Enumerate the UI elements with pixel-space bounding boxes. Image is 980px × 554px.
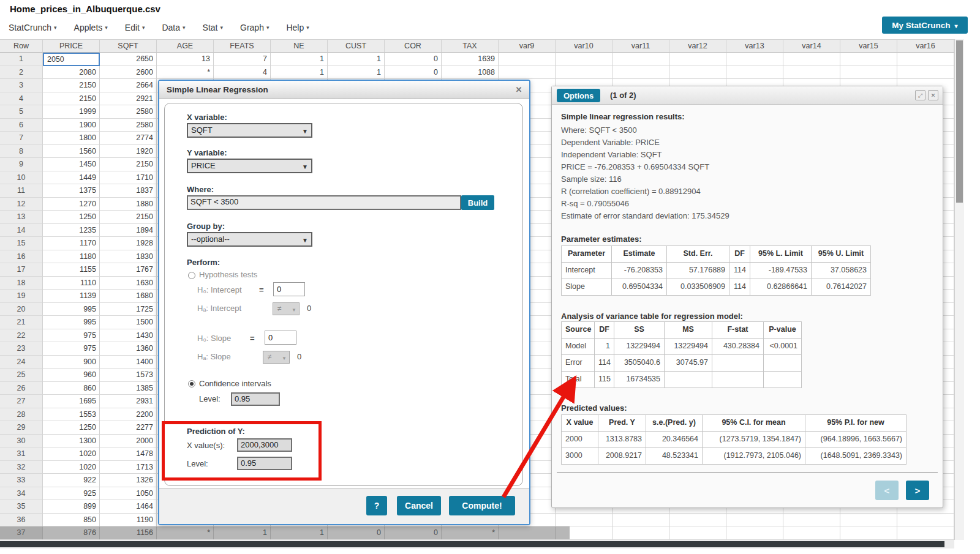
cell[interactable]: 2150 <box>43 92 100 106</box>
cell[interactable]: 2774 <box>100 132 157 145</box>
cell[interactable]: 2000 <box>100 435 157 448</box>
column-header-age[interactable]: AGE <box>157 39 214 53</box>
resize-icon[interactable]: ⤢ <box>915 90 925 100</box>
cell[interactable] <box>840 53 897 66</box>
cell[interactable] <box>556 66 612 80</box>
cell[interactable]: 1250 <box>43 421 100 435</box>
cell[interactable]: 10 <box>0 171 43 185</box>
column-header-var12[interactable]: var12 <box>669 39 726 53</box>
cell[interactable] <box>612 53 669 66</box>
cell[interactable]: 1020 <box>43 447 100 461</box>
cell[interactable]: 1270 <box>43 198 100 211</box>
cell[interactable]: 1573 <box>100 369 157 382</box>
cell[interactable]: 1385 <box>100 382 157 395</box>
cell[interactable]: 34 <box>0 487 43 501</box>
cell[interactable]: 16 <box>0 250 43 264</box>
cell[interactable] <box>897 514 954 527</box>
cell[interactable]: 1837 <box>100 184 157 198</box>
column-header-var15[interactable]: var15 <box>840 39 897 53</box>
cell[interactable]: 4 <box>0 92 43 106</box>
cell[interactable] <box>669 66 726 80</box>
cell[interactable]: 1 <box>328 53 385 66</box>
cell[interactable]: 18 <box>0 277 43 290</box>
cell[interactable]: 2580 <box>100 105 157 119</box>
menu-statcrunch[interactable]: StatCrunch▾ <box>9 20 57 35</box>
cell[interactable]: 31 <box>0 447 43 461</box>
menu-help[interactable]: Help▾ <box>286 20 309 35</box>
cell[interactable] <box>612 514 669 527</box>
cell[interactable]: 1464 <box>100 500 157 514</box>
cell[interactable]: 1250 <box>43 211 100 224</box>
column-header-row[interactable]: Row <box>0 39 43 53</box>
cell[interactable]: 2150 <box>100 211 157 224</box>
close-icon[interactable]: ✕ <box>928 90 938 100</box>
options-button[interactable]: Options <box>557 89 600 102</box>
cell[interactable]: 1170 <box>43 237 100 250</box>
cell[interactable]: 14 <box>0 224 43 238</box>
cell[interactable]: 20 <box>0 303 43 316</box>
cell[interactable]: 1639 <box>442 53 499 66</box>
column-header-var16[interactable]: var16 <box>897 39 954 53</box>
cell[interactable] <box>897 526 954 540</box>
cell[interactable]: 1400 <box>100 356 157 369</box>
cell[interactable] <box>726 53 783 66</box>
cell[interactable]: 860 <box>43 382 100 395</box>
cell[interactable]: 2200 <box>100 408 157 422</box>
cell[interactable]: 1894 <box>100 224 157 238</box>
cell[interactable]: 1767 <box>100 263 157 277</box>
h0-intercept-input[interactable]: 0 <box>273 282 305 296</box>
cell[interactable]: 2080 <box>43 66 100 80</box>
cell[interactable] <box>783 53 840 66</box>
cell[interactable]: 27 <box>0 395 43 408</box>
cell[interactable]: 1 <box>0 53 43 66</box>
cell[interactable] <box>840 514 897 527</box>
cell[interactable] <box>726 66 783 80</box>
column-header-cust[interactable]: CUST <box>328 39 385 53</box>
cell[interactable]: 1500 <box>100 316 157 329</box>
cell[interactable]: 1300 <box>43 435 100 448</box>
prev-page-button[interactable]: < <box>875 481 899 500</box>
cell[interactable]: 7 <box>0 132 43 145</box>
next-page-button[interactable]: > <box>906 481 929 500</box>
cell[interactable] <box>612 66 669 80</box>
menu-data[interactable]: Data▾ <box>162 20 185 35</box>
column-header-sqft[interactable]: SQFT <box>100 39 157 53</box>
cell[interactable]: 28 <box>0 408 43 422</box>
cell[interactable]: 36 <box>0 514 43 527</box>
menu-stat[interactable]: Stat▾ <box>203 20 223 35</box>
cell[interactable]: 2921 <box>100 92 157 106</box>
cell[interactable] <box>499 53 556 66</box>
cell[interactable]: 1430 <box>100 329 157 343</box>
cell[interactable]: 1880 <box>100 198 157 211</box>
cell[interactable]: 1478 <box>100 447 157 461</box>
cell[interactable]: 8 <box>0 145 43 159</box>
cell[interactable]: 975 <box>43 342 100 356</box>
cell[interactable]: 4 <box>214 66 271 80</box>
cell[interactable] <box>669 526 726 540</box>
cell[interactable]: 1110 <box>43 277 100 290</box>
build-button[interactable]: Build <box>461 195 494 210</box>
cell[interactable]: 1 <box>328 66 385 80</box>
column-header-tax[interactable]: TAX <box>442 39 499 53</box>
cell[interactable]: 1139 <box>43 290 100 303</box>
x-variable-select[interactable]: SQFT▼ <box>187 123 312 138</box>
cell[interactable]: 1050 <box>100 487 157 501</box>
cell[interactable]: 1713 <box>100 461 157 474</box>
cell[interactable]: 1725 <box>100 303 157 316</box>
cell[interactable]: 2664 <box>100 79 157 92</box>
column-header-feats[interactable]: FEATS <box>214 39 271 53</box>
cell[interactable]: 1 <box>271 66 328 80</box>
cell[interactable]: 24 <box>0 356 43 369</box>
cell[interactable]: 2277 <box>100 421 157 435</box>
radio-confidence-intervals[interactable] <box>188 380 195 387</box>
cell[interactable] <box>669 514 726 527</box>
cell[interactable]: 1830 <box>100 250 157 264</box>
cell[interactable]: 26 <box>0 382 43 395</box>
cell[interactable]: 1900 <box>43 119 100 132</box>
cell[interactable]: 995 <box>43 303 100 316</box>
cell[interactable] <box>726 526 783 540</box>
y-variable-select[interactable]: PRICE▼ <box>187 159 312 173</box>
cell[interactable]: 1450 <box>43 158 100 171</box>
horizontal-scrollbar-thumb[interactable] <box>0 541 944 547</box>
cell[interactable]: 1695 <box>43 395 100 408</box>
